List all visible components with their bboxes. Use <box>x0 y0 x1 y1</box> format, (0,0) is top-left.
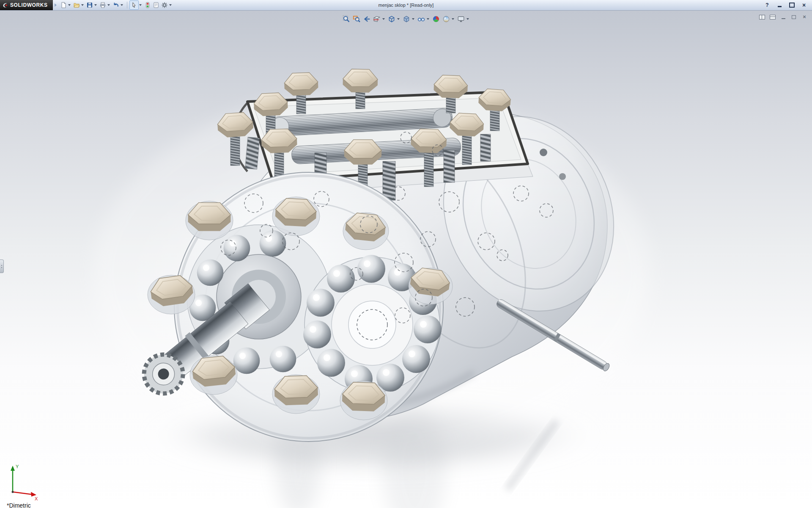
print-button[interactable] <box>99 1 107 9</box>
select-tool-button[interactable] <box>129 0 139 10</box>
document-window-controls: × <box>759 14 808 20</box>
hide-show-items-button[interactable] <box>416 14 426 24</box>
section-view-dropdown[interactable] <box>382 18 385 20</box>
panel-splitter-handle[interactable] <box>0 260 4 273</box>
apply-scene-ball-icon <box>442 15 450 23</box>
new-document-button[interactable] <box>59 1 68 9</box>
minimize-button[interactable] <box>774 2 785 9</box>
view-settings-button[interactable] <box>456 14 466 24</box>
view-orientation-label: *Dimetric <box>7 502 31 508</box>
options-gear-icon <box>161 2 168 8</box>
close-document-button[interactable]: × <box>801 14 808 20</box>
display-style-dropdown[interactable] <box>412 18 414 20</box>
reference-triad: Y X <box>4 461 45 501</box>
view-settings-dropdown[interactable] <box>466 18 469 20</box>
previous-view-button[interactable] <box>362 14 372 24</box>
open-document-button[interactable] <box>72 1 81 9</box>
view-orientation-button[interactable] <box>387 14 397 24</box>
minimize-document-icon <box>782 18 785 19</box>
3d-viewport[interactable]: × Y X *Dimetric <box>0 11 812 508</box>
restore-icon <box>789 3 795 8</box>
main-toolbar <box>59 0 173 10</box>
display-style-button[interactable] <box>401 14 411 24</box>
open-document-icon <box>73 2 80 8</box>
apply-scene-button[interactable] <box>441 14 451 24</box>
new-document-icon <box>60 2 67 8</box>
save-button[interactable] <box>85 1 94 9</box>
undo-icon <box>112 2 119 8</box>
zoom-to-fit-button[interactable] <box>341 14 351 24</box>
select-tool-dropdown[interactable] <box>139 4 142 6</box>
restore-document-icon <box>792 15 796 19</box>
edit-appearance-ball-icon <box>432 15 440 23</box>
triad-y-label: Y <box>16 464 19 469</box>
options-dropdown[interactable] <box>169 4 172 6</box>
close-document-icon: × <box>803 14 806 19</box>
view-settings-icon <box>457 15 465 23</box>
section-view-button[interactable] <box>372 14 382 24</box>
solidworks-logo[interactable]: SOLIDWORKS <box>0 0 53 10</box>
close-button[interactable]: × <box>798 2 809 9</box>
brand-name: SOLIDWORKS <box>10 2 48 8</box>
window-title: menjac sklop * [Read-only] <box>379 0 434 10</box>
view-orientation-dropdown[interactable] <box>397 18 400 20</box>
undo-button[interactable] <box>112 1 120 9</box>
save-dropdown[interactable] <box>94 4 97 6</box>
help-button[interactable]: ? <box>762 2 773 9</box>
select-cursor-icon <box>131 2 137 8</box>
previous-view-icon <box>363 15 370 23</box>
restore-button[interactable] <box>786 2 797 9</box>
section-view-icon <box>373 15 381 23</box>
print-dropdown[interactable] <box>107 4 110 6</box>
open-document-dropdown[interactable] <box>81 4 84 6</box>
tile-horizontally-icon <box>770 15 776 19</box>
minimize-document-button[interactable] <box>780 14 787 20</box>
close-icon: × <box>802 2 806 8</box>
hide-show-items-dropdown[interactable] <box>427 18 429 20</box>
rebuild-icon <box>144 2 151 8</box>
display-style-cube-icon <box>403 15 410 23</box>
tile-horizontally-button[interactable] <box>769 14 776 20</box>
3d-model-canvas[interactable] <box>0 11 812 508</box>
apply-scene-dropdown[interactable] <box>452 18 454 20</box>
solidworks-logo-icon <box>3 3 8 8</box>
minimize-icon <box>778 6 782 7</box>
tile-vertically-button[interactable] <box>759 14 765 20</box>
file-properties-icon <box>153 2 159 8</box>
print-icon <box>99 2 106 8</box>
rebuild-button[interactable] <box>143 1 152 9</box>
title-bar: SOLIDWORKS <box>0 0 812 11</box>
options-button[interactable] <box>160 1 169 9</box>
window-caption-buttons: ? × <box>762 2 812 9</box>
app-window: SOLIDWORKS <box>0 0 812 508</box>
tile-vertically-icon <box>759 15 765 19</box>
view-orientation-cube-icon <box>388 15 395 23</box>
zoom-to-area-icon <box>353 15 360 23</box>
menu-expand-icon[interactable] <box>55 3 57 7</box>
heads-up-view-toolbar <box>341 14 471 24</box>
zoom-to-fit-icon <box>343 15 350 23</box>
edit-appearance-button[interactable] <box>431 14 441 24</box>
file-properties-button[interactable] <box>152 1 160 9</box>
new-document-dropdown[interactable] <box>68 4 71 6</box>
save-icon <box>86 2 93 8</box>
undo-dropdown[interactable] <box>121 4 123 6</box>
triad-x-label: X <box>35 496 38 501</box>
zoom-to-area-button[interactable] <box>351 14 362 24</box>
hide-show-glasses-icon <box>417 15 425 23</box>
restore-document-button[interactable] <box>790 14 797 20</box>
toolbar-separator <box>127 2 127 8</box>
